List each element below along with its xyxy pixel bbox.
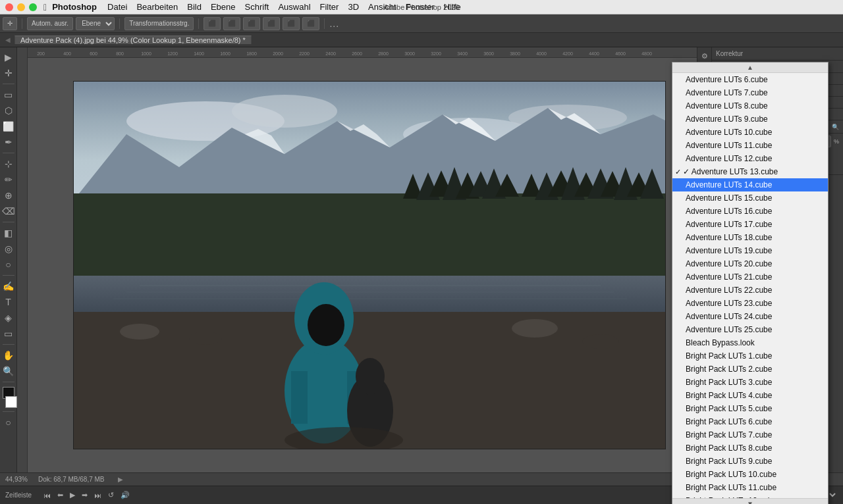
dropdown-item[interactable]: Bright Pack LUTs 11.cube [672,481,828,494]
layers-search-icon[interactable]: 🔍 [832,124,839,130]
quick-mask-tool[interactable]: ○ [1,415,16,430]
clone-tool[interactable]: ⊕ [1,188,16,203]
timeline-skip-forward[interactable]: ⏭ [92,490,104,501]
align-left-btn[interactable]: ⬛ [204,17,221,30]
dropdown-item[interactable]: Adventure LUTs 23.cube [672,297,828,310]
lasso-tool[interactable]: ⬡ [1,103,16,118]
tool-separator-6 [3,382,14,382]
menu-bild[interactable]: Bild [183,2,205,12]
layer-select[interactable]: Ebene [76,17,115,30]
left-toolbar: ▶ ✛ ▭ ⬡ ⬜ ✒ ⊹ ✏ ⊕ ⌫ ◧ ◎ ○ ✍ T ◈ ▭ ✋ 🔍 ○ [0,47,17,472]
dropdown-item[interactable]: Bright Pack LUTs 1.cube [672,349,828,363]
scroll-up-indicator[interactable]: ▲ [672,63,828,73]
dropdown-item[interactable]: Bright Pack LUTs 2.cube [672,363,828,376]
dropdown-item[interactable]: Bright Pack LUTs 5.cube [672,402,828,415]
background-color[interactable] [5,396,17,408]
dropdown-item[interactable]: Adventure LUTs 25.cube [672,323,828,336]
dropdown-item[interactable]: Adventure LUTs 19.cube [672,244,828,257]
timeline-prev-frame[interactable]: ⬅ [55,490,66,501]
autom-btn[interactable]: Autom. ausr. [27,17,73,30]
menu-ebene[interactable]: Ebene [207,2,240,12]
dropdown-item[interactable]: Bright Pack LUTs 7.cube [672,428,828,441]
dodge-tool[interactable]: ○ [1,257,16,272]
crop-tool[interactable]: ⬜ [1,119,16,134]
align-bottom-btn[interactable]: ⬛ [302,17,319,30]
menu-filter[interactable]: Filter [316,2,343,12]
dropdown-item[interactable]: Bright Pack LUTs 10.cube [672,468,828,481]
dropdown-item[interactable]: Bright Pack LUTs 6.cube [672,415,828,428]
menu-auswahl[interactable]: Auswahl [274,2,314,12]
back-arrow-icon[interactable]: ◀ [5,36,11,43]
pointer-tool[interactable]: ▶ [1,50,16,64]
dropdown-item[interactable]: ✓ Adventure LUTs 13.cube [672,165,828,178]
fullscreen-button[interactable] [29,3,37,11]
eraser-tool[interactable]: ⌫ [1,204,16,218]
move-tool-btn[interactable]: ✛ [3,17,17,30]
align-middle-btn[interactable]: ⬛ [283,17,300,30]
menu-bearbeiten[interactable]: Bearbeiten [132,2,182,12]
properties-icon[interactable]: ⚙ [699,50,711,62]
dropdown-item[interactable]: Bright Pack LUTs 8.cube [672,441,828,455]
shape-tool[interactable]: ▭ [1,326,16,341]
dropdown-item[interactable]: Bleach Bypass.look [672,336,828,349]
dropdown-item[interactable]: Adventure LUTs 7.cube [672,86,828,99]
zoom-tool[interactable]: 🔍 [1,364,16,378]
menu-3d[interactable]: 3D [344,2,363,12]
dropdown-item[interactable]: Adventure LUTs 16.cube [672,205,828,218]
more-options-icon[interactable]: ... [329,18,339,29]
svg-point-2 [232,95,337,128]
dropdown-item[interactable]: Adventure LUTs 14.cube [672,178,828,191]
ruler-mark: 4600 [607,51,634,56]
dropdown-item[interactable]: Adventure LUTs 6.cube [672,73,828,86]
dropdown-item[interactable]: Bright Pack LUTs 9.cube [672,455,828,468]
file-tab[interactable]: Adventure Pack (4).jpg bei 44,9% (Color … [14,36,252,44]
photo-image [73,81,666,449]
hand-tool[interactable]: ✋ [1,348,16,363]
dropdown-item[interactable]: Adventure LUTs 15.cube [672,191,828,205]
move-tool[interactable]: ✛ [1,66,16,80]
menu-schrift[interactable]: Schrift [241,2,273,12]
text-tool[interactable]: T [1,295,16,309]
svg-point-36 [189,332,222,345]
transform-btn[interactable]: Transformationsstrg. [124,17,194,30]
dropdown-item[interactable]: Adventure LUTs 12.cube [672,152,828,165]
close-button[interactable] [5,3,13,11]
eyedropper-tool[interactable]: ✒ [1,135,16,149]
dropdown-item[interactable]: Adventure LUTs 17.cube [672,218,828,231]
canvas-content[interactable] [28,58,711,472]
dropdown-item[interactable]: Adventure LUTs 21.cube [672,270,828,284]
timeline-play[interactable]: ▶ [67,490,78,501]
autom-label: Autom. ausr. [32,20,68,27]
pen-tool[interactable]: ✍ [1,279,16,293]
timeline-audio[interactable]: 🔊 [118,490,132,501]
gradient-tool[interactable]: ◧ [1,226,16,240]
forward-icon[interactable]: ▶ [118,476,123,483]
dropdown-item[interactable]: Adventure LUTs 24.cube [672,310,828,323]
dropdown-item[interactable]: Adventure LUTs 8.cube [672,99,828,113]
ruler-mark: 1200 [159,51,186,56]
dropdown-item[interactable]: Adventure LUTs 10.cube [672,126,828,139]
blur-tool[interactable]: ◎ [1,241,16,256]
timeline-skip-back[interactable]: ⏮ [41,490,53,501]
lut-dropdown[interactable]: ▲ Adventure LUTs 6.cubeAdventure LUTs 7.… [672,62,829,504]
dropdown-item[interactable]: Adventure LUTs 20.cube [672,257,828,270]
align-center-btn[interactable]: ⬛ [223,17,240,30]
menu-datei[interactable]: Datei [103,2,131,12]
align-top-btn[interactable]: ⬛ [263,17,280,30]
minimize-button[interactable] [17,3,25,11]
dropdown-item[interactable]: Adventure LUTs 18.cube [672,231,828,244]
align-right-btn[interactable]: ⬛ [243,17,260,30]
path-tool[interactable]: ◈ [1,311,16,325]
dropdown-item[interactable]: Adventure LUTs 9.cube [672,113,828,126]
healing-tool[interactable]: ⊹ [1,157,16,171]
dropdown-item[interactable]: Bright Pack LUTs 3.cube [672,376,828,389]
tool-separator-1 [3,84,14,84]
timeline-next-frame[interactable]: ➡ [79,490,90,501]
dropdown-item[interactable]: Bright Pack LUTs 4.cube [672,389,828,402]
brush-tool[interactable]: ✏ [1,172,16,187]
dropdown-item[interactable]: Adventure LUTs 11.cube [672,139,828,152]
scroll-down-indicator[interactable]: ▼ [672,498,828,504]
selection-tool[interactable]: ▭ [1,88,16,102]
dropdown-item[interactable]: Adventure LUTs 22.cube [672,284,828,297]
timeline-loop[interactable]: ↺ [105,490,117,501]
